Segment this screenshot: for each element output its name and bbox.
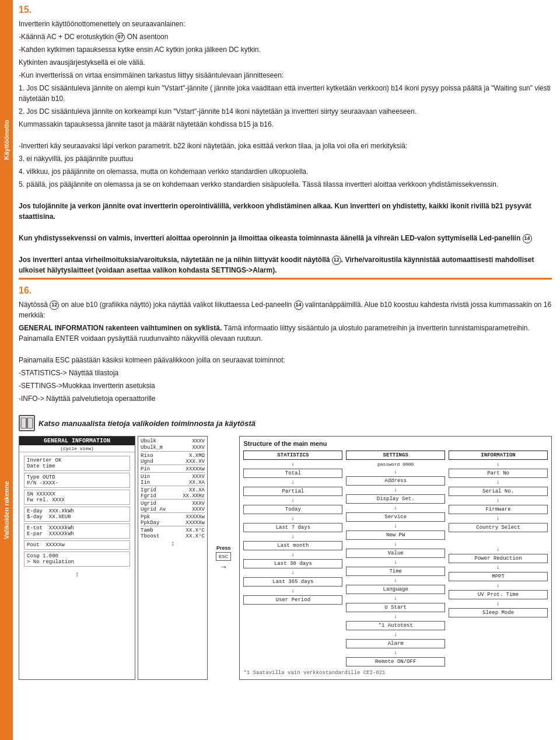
section15-number: 15. — [19, 5, 32, 15]
settings-arrow-4: ↓ — [394, 523, 397, 529]
settings-remoteonoff: Remote ON/OFF — [346, 657, 445, 666]
sidebar-label-16: Valikoiden rakenne — [3, 481, 10, 539]
gi-row-type: Type OUTDP/N -XXXX- — [24, 473, 130, 488]
settings-value: Value — [346, 549, 445, 558]
settings-arrow-7: ↓ — [394, 577, 397, 584]
stats-header: STATISTICS — [243, 451, 342, 460]
step-4: -Kun invertterissä on virtaa ensimmäinen… — [19, 70, 552, 81]
section16-header: 16. — [19, 285, 552, 296]
settings-header: SETTINGS — [346, 451, 445, 460]
col-statistics: STATISTICS ↓ Total ↓ Partial ↓ Today ↓ L… — [243, 451, 342, 666]
stats-total: Total — [243, 469, 342, 478]
gi-row-etot: E-tot XXXXXkWhE-par XXXXXkWh — [24, 523, 130, 539]
stats-today: Today — [243, 505, 342, 514]
col-settings: SETTINGS password 0000 ↓ Address ↓ Displ… — [346, 451, 445, 666]
settings-arrow-11: ↓ — [394, 650, 397, 656]
info-powerreduction: Power Reduction — [449, 554, 548, 563]
stats-lastmonth: Last month — [243, 541, 342, 550]
settings-language: Language — [346, 585, 445, 594]
book-icon — [19, 415, 35, 431]
info-arrow-3: ↓ — [496, 497, 500, 504]
section16-number: 16. — [19, 285, 32, 296]
badge-14a: 14 — [523, 234, 532, 243]
step-6: 2. Jos DC sisääntuleva jännite on korkea… — [19, 106, 552, 117]
settings-arrow-9: ↓ — [394, 613, 397, 620]
stats-arrow-6: ↓ — [291, 551, 295, 558]
badge-12a: 12 — [332, 256, 341, 265]
settings-arrow-10: ↓ — [394, 631, 397, 638]
badge-14b: 14 — [294, 301, 303, 310]
right-arrow: → — [219, 562, 228, 571]
step-1: -Käännä AC + DC erotuskytkin 07 ON asent… — [19, 32, 552, 42]
section16-text3: Painamalla ESC päästään käsiksi kolmeen … — [19, 355, 552, 365]
settings-newpw: New PW — [346, 530, 445, 540]
diagram-area: GENERAL INFORMATION (cycle view) Inverte… — [19, 436, 552, 680]
info-arrow-4: ↓ — [496, 515, 500, 522]
orange-divider-16 — [19, 278, 552, 280]
info-arrow-5: ↓ — [496, 546, 500, 553]
step-10: 4. vilkkuu, jos pääjännite on olemassa, … — [19, 166, 552, 177]
stats-last7: Last 7 days — [243, 523, 342, 532]
step-8: -Invertteri käy seuraavaksi läpi verkon … — [19, 141, 552, 151]
info-mppt: MPPT — [449, 572, 548, 581]
stats-arrow-2: ↓ — [291, 479, 295, 486]
info-arrow-7: ↓ — [496, 582, 500, 589]
menu-columns: STATISTICS ↓ Total ↓ Partial ↓ Today ↓ L… — [243, 451, 548, 666]
sidebar-label-15: Käyttöönotto — [3, 120, 10, 160]
svg-rect-1 — [27, 418, 33, 428]
section15-header: 15. — [19, 5, 552, 15]
gi-diagram: GENERAL INFORMATION (cycle view) Inverte… — [19, 436, 208, 680]
info-serialno: Serial No. — [449, 487, 548, 496]
info-uvprottime: UV Prot. Time — [449, 590, 548, 599]
stats-arrow-5: ↓ — [291, 533, 295, 540]
stats-arrow-4: ↓ — [291, 515, 295, 522]
settings-autotest: *1 Autotest — [346, 621, 445, 630]
info-header: INFORMATION — [449, 451, 548, 460]
settings-arrow-1: ↓ — [394, 469, 397, 475]
gi-arrow: ↕ — [19, 570, 135, 580]
col-information: INFORMATION ↓ Part No ↓ Serial No. ↓ Fir… — [449, 451, 548, 666]
sidebar: Käyttöönotto Valikoiden rakenne — [0, 0, 13, 740]
settings-ustart: U Start — [346, 603, 445, 612]
info-firmware: Firmware — [449, 505, 548, 514]
info-arrow-6: ↓ — [496, 564, 500, 571]
stats-arrow-8: ↓ — [291, 588, 295, 594]
settings-password: password 0000 — [377, 462, 414, 467]
badge-12b: 12 — [50, 301, 59, 310]
info-sleepmode: Sleep Mode — [449, 608, 548, 617]
svg-rect-0 — [21, 418, 26, 428]
menu-footnote: *1 Saatavilla vain verkkostandardille CE… — [243, 670, 548, 676]
settings-arrow-6: ↓ — [394, 559, 397, 566]
bold-para-1: Jos tulojännite ja verkon jännite ovat i… — [19, 201, 552, 222]
sidebar-section-16: Valikoiden rakenne — [0, 280, 13, 740]
stats-arrow-3: ↓ — [291, 497, 295, 504]
settings-displayset: Display Set. — [346, 494, 445, 504]
step-2: -Kahden kytkimen tapauksessa kytke ensin… — [19, 44, 552, 55]
gi-right: UbulkXXXV Ubulk_mXXXV RisoX.XMΩ UgndXXX.… — [138, 436, 208, 680]
gi-row-cosfi: Cosφ 1.000> No regulation — [24, 551, 130, 567]
gi-title: GENERAL INFORMATION — [19, 437, 135, 445]
stats-last365: Last 365 days — [243, 577, 342, 587]
section16-text2: GENERAL INFORMATION rakenteen vaihtumine… — [19, 323, 552, 344]
sidebar-section-15: Käyttöönotto — [0, 0, 13, 280]
stats-arrow-7: ↓ — [291, 570, 295, 576]
step-11: 5. päällä, jos pääjännite on olemassa ja… — [19, 179, 552, 190]
gi-row-pout: Pout XXXXXw — [24, 540, 130, 550]
bold-para-3: Jos invertteri antaa virheilmoituksia/va… — [19, 254, 552, 275]
settings-alarm: Alarm — [346, 639, 445, 648]
step-9: 3. ei näkyvillä, jos pääjännite puuttuu — [19, 153, 552, 164]
info-arrow-2: ↓ — [496, 479, 500, 486]
press-label: Press — [216, 545, 231, 551]
page-wrapper: Käyttöönotto Valikoiden rakenne 15. Inve… — [0, 0, 560, 740]
gi-row-sn: SN XXXXXXFw rel. XXXX — [24, 490, 130, 505]
section15-content: Invertterin käyttöönottomenettely on seu… — [19, 19, 552, 275]
menu-diagram: Structure of the main menu STATISTICS ↓ … — [239, 436, 552, 680]
stats-userperiod: User Period — [243, 595, 342, 605]
section16-intro: Näytössä 12 on alue b10 (grafiikka näytt… — [19, 299, 552, 320]
menu-diagram-title: Structure of the main menu — [243, 440, 548, 447]
step-5: 1. Jos DC sisääntuleva jännite on alempi… — [19, 83, 552, 104]
stats-last30: Last 30 days — [243, 559, 342, 568]
settings-time: Time — [346, 567, 445, 576]
step-3: Kytkinten avausjärjestyksellä ei ole väl… — [19, 57, 552, 68]
info-countryselect: Country Select — [449, 523, 548, 532]
